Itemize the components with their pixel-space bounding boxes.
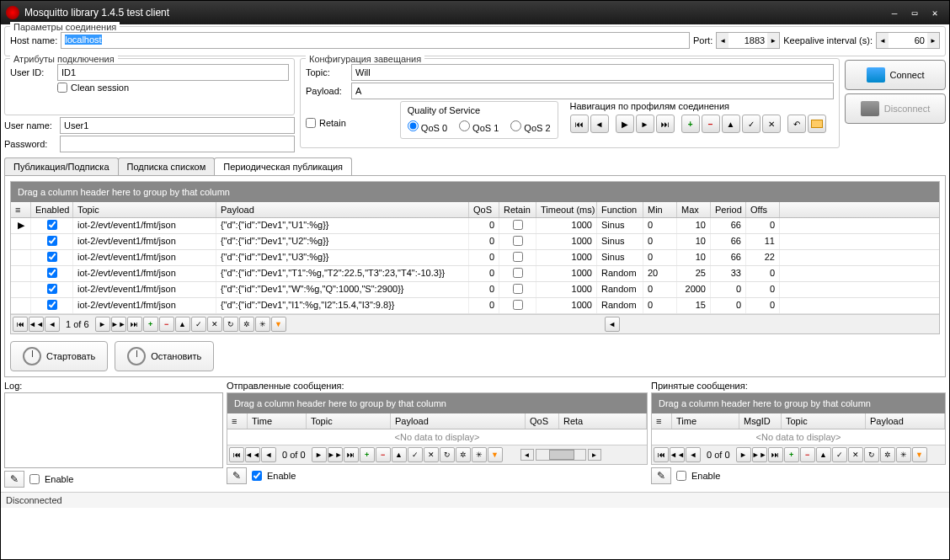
grid-group-area[interactable]: Drag a column header here to group by th… xyxy=(11,182,939,202)
keepalive-spinner[interactable]: ◄ 60 ► xyxy=(876,32,940,49)
cell-offs[interactable]: 22 xyxy=(746,250,780,265)
disconnect-button[interactable]: Disconnect xyxy=(845,93,946,124)
log-enable-checkbox[interactable] xyxy=(29,474,40,484)
recv-nav-prevpage[interactable]: ◄◄ xyxy=(670,447,685,462)
cell-min[interactable]: 20 xyxy=(643,266,677,281)
cell-timeout[interactable]: 1000 xyxy=(536,266,597,281)
sent-selector-col[interactable]: ≡ xyxy=(227,413,248,429)
sent-hscroll-left[interactable]: ◄ xyxy=(520,449,534,461)
password-input[interactable] xyxy=(60,136,295,152)
sent-nav-first[interactable]: ⏮ xyxy=(229,447,244,462)
cell-timeout[interactable]: 1000 xyxy=(536,218,597,233)
gnav-remove[interactable]: − xyxy=(159,317,174,332)
recv-col-payload[interactable]: Payload xyxy=(866,413,945,429)
cell-offs[interactable]: 0 xyxy=(746,218,780,233)
nav-prev-button[interactable]: ◄ xyxy=(590,115,609,133)
retain-checkbox[interactable] xyxy=(306,118,316,128)
cell-function[interactable]: Random xyxy=(597,282,643,297)
recv-nav-add[interactable]: + xyxy=(784,447,799,462)
nav-play-button[interactable]: ▶ xyxy=(616,115,634,133)
cell-enabled[interactable] xyxy=(31,234,73,249)
recv-nav-first[interactable]: ⏮ xyxy=(654,447,669,462)
gnav-prevpage[interactable]: ◄◄ xyxy=(29,317,44,332)
cell-timeout[interactable]: 1000 xyxy=(536,282,597,297)
recv-nav-last[interactable]: ⏭ xyxy=(768,447,783,462)
cell-payload[interactable]: {"d":{"id":"Dev1","T1":%g,"T2":22.5,"T3"… xyxy=(216,266,469,281)
cell-max[interactable]: 10 xyxy=(677,234,711,249)
gnav-filter[interactable]: ▼ xyxy=(271,317,286,332)
cell-timeout[interactable]: 1000 xyxy=(536,250,597,265)
sent-group-area[interactable]: Drag a column header here to group by th… xyxy=(227,393,647,413)
recv-col-time[interactable]: Time xyxy=(672,413,739,429)
gnav-prev[interactable]: ◄ xyxy=(45,317,60,332)
tab-pubsub[interactable]: Публикация/Подписка xyxy=(4,157,119,175)
recv-nav-check[interactable]: ✓ xyxy=(832,447,847,462)
qos1-option[interactable]: QoS 1 xyxy=(459,120,499,133)
cell-topic[interactable]: iot-2/evt/event1/fmt/json xyxy=(73,298,216,313)
sent-nav-nextpage[interactable]: ►► xyxy=(328,447,343,462)
sent-nav-prev[interactable]: ◄ xyxy=(261,447,276,462)
cell-enabled[interactable] xyxy=(31,298,73,313)
cell-timeout[interactable]: 1000 xyxy=(536,298,597,313)
recv-nav-star2[interactable]: ✳ xyxy=(896,447,911,462)
cell-max[interactable]: 10 xyxy=(677,250,711,265)
recv-nav-nextpage[interactable]: ►► xyxy=(752,447,767,462)
col-payload[interactable]: Payload xyxy=(216,202,469,217)
table-row[interactable]: iot-2/evt/event1/fmt/json{"d":{"id":"Dev… xyxy=(11,282,939,298)
cell-enabled[interactable] xyxy=(31,266,73,281)
sent-nav-star2[interactable]: ✳ xyxy=(472,447,487,462)
recv-nav-edit[interactable]: ▲ xyxy=(816,447,831,462)
recv-nav-remove[interactable]: − xyxy=(800,447,815,462)
qos2-option[interactable]: QoS 2 xyxy=(510,120,550,133)
sent-nav-edit[interactable]: ▲ xyxy=(392,447,407,462)
sent-hscroll-right[interactable]: ► xyxy=(588,449,601,461)
cell-min[interactable]: 0 xyxy=(643,298,677,313)
port-spinner[interactable]: ◄ 1883 ► xyxy=(716,32,780,49)
gnav-star[interactable]: ✲ xyxy=(239,317,254,332)
clean-session-checkbox[interactable] xyxy=(57,83,67,93)
cell-payload[interactable]: {"d":{"id":"Dev1","U3":%g}} xyxy=(216,250,469,265)
maximize-button[interactable]: ▭ xyxy=(905,6,924,19)
sent-nav-last[interactable]: ⏭ xyxy=(344,447,359,462)
keepalive-up-button[interactable]: ► xyxy=(927,33,939,48)
sent-enable-checkbox[interactable] xyxy=(252,471,262,481)
cell-qos[interactable]: 0 xyxy=(469,282,499,297)
recv-group-area[interactable]: Drag a column header here to group by th… xyxy=(652,393,945,413)
nav-check-button[interactable]: ✓ xyxy=(742,115,761,133)
cell-min[interactable]: 0 xyxy=(643,282,677,297)
cell-period[interactable]: 66 xyxy=(711,218,746,233)
recv-edit-button[interactable]: ✎ xyxy=(651,467,671,484)
recv-nav-star[interactable]: ✲ xyxy=(880,447,895,462)
nav-last-button[interactable]: ⏭ xyxy=(656,115,675,133)
keepalive-down-button[interactable]: ◄ xyxy=(877,33,889,48)
table-row[interactable]: iot-2/evt/event1/fmt/json{"d":{"id":"Dev… xyxy=(11,266,939,282)
cell-min[interactable]: 0 xyxy=(643,250,677,265)
col-max[interactable]: Max xyxy=(677,202,711,217)
cell-function[interactable]: Sinus xyxy=(597,234,643,249)
stop-button[interactable]: Остановить xyxy=(115,341,214,371)
recv-nav-cancel[interactable]: ✕ xyxy=(848,447,863,462)
recv-nav-filter[interactable]: ▼ xyxy=(912,447,927,462)
table-row[interactable]: iot-2/evt/event1/fmt/json{"d":{"id":"Dev… xyxy=(11,250,939,266)
connect-button[interactable]: Connect xyxy=(845,60,946,90)
cell-offs[interactable]: 0 xyxy=(746,298,780,313)
gnav-check[interactable]: ✓ xyxy=(191,317,206,332)
col-retain[interactable]: Retain xyxy=(499,202,536,217)
grid-selector-col[interactable]: ≡ xyxy=(11,202,31,217)
cell-period[interactable]: 66 xyxy=(711,250,746,265)
recv-enable-checkbox[interactable] xyxy=(676,471,686,481)
sent-hscroll-track[interactable] xyxy=(536,449,586,461)
sent-nav-remove[interactable]: − xyxy=(376,447,391,462)
gnav-edit[interactable]: ▲ xyxy=(175,317,190,332)
col-function[interactable]: Function xyxy=(597,202,643,217)
cell-topic[interactable]: iot-2/evt/event1/fmt/json xyxy=(73,250,216,265)
gnav-refresh[interactable]: ↻ xyxy=(223,317,238,332)
sent-nav-cancel[interactable]: ✕ xyxy=(424,447,439,462)
tab-periodic[interactable]: Периодическая публикация xyxy=(214,157,352,175)
cell-enabled[interactable] xyxy=(31,218,73,233)
cell-qos[interactable]: 0 xyxy=(469,250,499,265)
col-min[interactable]: Min xyxy=(643,202,677,217)
port-up-button[interactable]: ► xyxy=(767,33,779,48)
sent-nav-add[interactable]: + xyxy=(360,447,375,462)
col-enabled[interactable]: Enabled xyxy=(31,202,73,217)
